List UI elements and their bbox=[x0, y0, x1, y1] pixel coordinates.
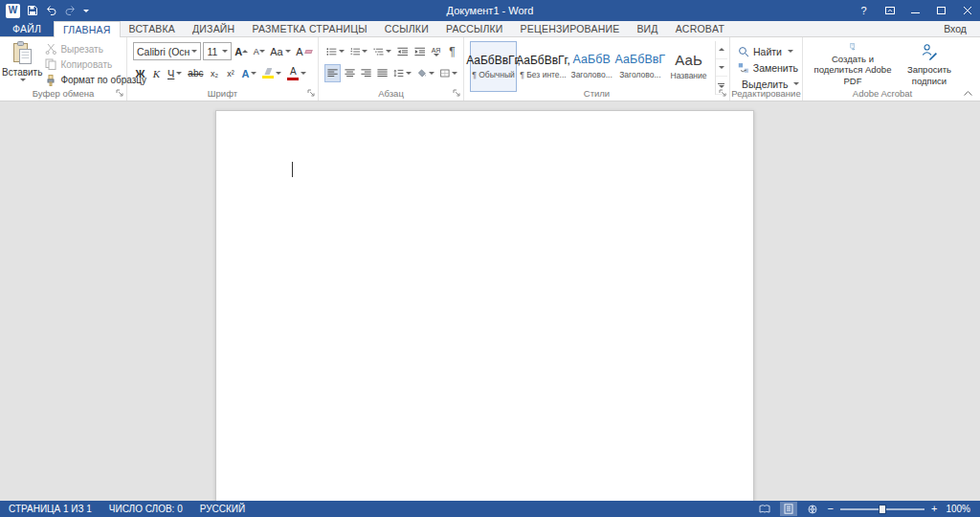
copy-label: Копировать bbox=[60, 59, 112, 70]
zoom-in-button[interactable]: + bbox=[931, 504, 937, 514]
clipboard-dialog-launcher-icon[interactable] bbox=[116, 89, 124, 98]
styles-dialog-launcher-icon[interactable] bbox=[719, 89, 727, 98]
font-name-select[interactable]: Calibri (Осн bbox=[133, 42, 201, 60]
font-dialog-launcher-icon[interactable] bbox=[307, 89, 316, 98]
shrink-font-button[interactable]: А bbox=[252, 42, 267, 60]
clear-formatting-button[interactable]: А bbox=[294, 42, 314, 60]
save-icon[interactable] bbox=[27, 5, 38, 16]
subscript-button[interactable]: х₂ bbox=[207, 64, 221, 82]
page-indicator[interactable]: СТРАНИЦА 1 ИЗ 1 bbox=[0, 504, 100, 514]
increase-indent-icon bbox=[414, 46, 425, 57]
font-color-button[interactable]: А bbox=[285, 64, 308, 82]
tab-review[interactable]: РЕЦЕНЗИРОВАНИЕ bbox=[512, 21, 629, 36]
eraser-icon bbox=[304, 50, 313, 54]
ribbon-display-options-button[interactable] bbox=[877, 0, 902, 21]
underline-button[interactable]: Ч bbox=[166, 64, 184, 82]
grow-font-button[interactable]: А bbox=[234, 42, 250, 60]
style-name: Заголово... bbox=[571, 70, 612, 79]
close-button[interactable] bbox=[954, 0, 980, 21]
numbering-button[interactable] bbox=[348, 42, 370, 60]
word-count[interactable]: ЧИСЛО СЛОВ: 0 bbox=[100, 504, 191, 514]
shading-button[interactable] bbox=[415, 64, 436, 82]
maximize-icon bbox=[937, 7, 946, 14]
ribbon-tab-bar: ФАЙЛ ГЛАВНАЯ ВСТАВКА ДИЗАЙН РАЗМЕТКА СТР… bbox=[0, 21, 980, 37]
change-case-letters: Аа bbox=[270, 46, 283, 57]
show-marks-button[interactable]: ¶ bbox=[445, 42, 459, 60]
decrease-indent-button[interactable] bbox=[395, 42, 410, 60]
change-case-button[interactable]: Аа bbox=[269, 42, 293, 60]
sign-in-link[interactable]: Вход bbox=[930, 21, 980, 36]
titlebar: W Документ1 - Word ? bbox=[0, 0, 980, 21]
line-spacing-button[interactable] bbox=[391, 64, 413, 82]
align-center-button[interactable] bbox=[343, 64, 357, 82]
text-cursor bbox=[292, 162, 293, 177]
zoom-level[interactable]: 100% bbox=[944, 504, 970, 514]
tab-view[interactable]: ВИД bbox=[628, 21, 666, 36]
customize-qat-icon[interactable] bbox=[83, 10, 89, 12]
language-indicator[interactable]: РУССКИЙ bbox=[191, 504, 254, 514]
style-card-heading2[interactable]: АаБбВвГ Заголово... bbox=[616, 41, 663, 92]
undo-icon[interactable] bbox=[45, 5, 57, 16]
superscript-button[interactable]: х² bbox=[223, 64, 237, 82]
style-preview: АаБбВ bbox=[573, 54, 611, 66]
adobe-acrobat-group: Создать и поделиться Adobe PDF Запросить… bbox=[803, 37, 962, 101]
ribbon-display-options-icon bbox=[884, 5, 896, 16]
align-right-button[interactable] bbox=[359, 64, 373, 82]
word-logo-letter: W bbox=[9, 6, 17, 15]
tab-mailings[interactable]: РАССЫЛКИ bbox=[437, 21, 512, 36]
redo-icon[interactable] bbox=[64, 5, 77, 16]
find-button[interactable]: Найти bbox=[738, 44, 798, 58]
sort-letters: АЯ bbox=[432, 47, 441, 54]
bullets-button[interactable] bbox=[324, 42, 346, 60]
find-icon bbox=[738, 46, 749, 57]
document-area[interactable] bbox=[0, 102, 980, 501]
replace-button[interactable]: Заменить bbox=[738, 60, 798, 75]
tab-insert[interactable]: ВСТАВКА bbox=[121, 21, 184, 36]
collapse-ribbon-icon[interactable] bbox=[963, 90, 973, 97]
print-layout-button[interactable] bbox=[780, 502, 797, 516]
tab-file[interactable]: ФАЙЛ bbox=[0, 21, 54, 36]
zoom-slider-thumb[interactable] bbox=[879, 505, 886, 514]
minimize-button[interactable] bbox=[902, 0, 928, 21]
borders-button[interactable] bbox=[438, 64, 459, 82]
paste-button[interactable]: Вставить bbox=[2, 39, 42, 87]
tab-home[interactable]: ГЛАВНАЯ bbox=[54, 21, 121, 37]
read-mode-button[interactable] bbox=[756, 502, 773, 516]
styles-scroll-up-button[interactable] bbox=[716, 41, 727, 59]
text-effects-button[interactable]: А bbox=[239, 64, 258, 82]
strikethrough-button[interactable]: abc bbox=[186, 64, 205, 82]
arrow-up-icon bbox=[242, 50, 248, 53]
tab-design[interactable]: ДИЗАЙН bbox=[184, 21, 243, 36]
maximize-button[interactable] bbox=[928, 0, 954, 21]
tab-references[interactable]: ССЫЛКИ bbox=[376, 21, 437, 36]
zoom-out-button[interactable]: − bbox=[828, 504, 834, 514]
align-left-icon bbox=[327, 68, 338, 79]
highlight-color-button[interactable] bbox=[260, 64, 283, 82]
style-card-heading1[interactable]: АаБбВ Заголово... bbox=[569, 41, 613, 92]
zoom-slider[interactable] bbox=[840, 508, 924, 510]
help-button[interactable]: ? bbox=[851, 0, 877, 21]
create-pdf-button[interactable]: Создать и поделиться Adobe PDF bbox=[805, 42, 901, 87]
increase-indent-button[interactable] bbox=[412, 42, 427, 60]
chevron-down-icon bbox=[793, 82, 799, 85]
request-signatures-button[interactable]: Запросить подписи bbox=[901, 42, 958, 87]
document-page[interactable] bbox=[215, 110, 754, 501]
style-card-title[interactable]: АаЬ Название bbox=[666, 41, 710, 92]
styles-scroll-down-button[interactable] bbox=[716, 59, 727, 78]
style-card-no-spacing[interactable]: АаБбВвГг, ¶ Без инте... bbox=[520, 41, 567, 92]
align-left-button[interactable] bbox=[324, 64, 341, 82]
web-layout-button[interactable] bbox=[804, 502, 821, 516]
bold-button[interactable]: Ж bbox=[133, 64, 147, 82]
word-app-icon[interactable]: W bbox=[6, 4, 20, 18]
style-card-normal[interactable]: АаБбВвГг, ¶ Обычный bbox=[470, 41, 517, 92]
italic-button[interactable]: К bbox=[149, 64, 164, 82]
line-spacing-icon bbox=[393, 68, 404, 79]
tab-acrobat[interactable]: ACROBAT bbox=[667, 21, 733, 36]
paste-icon bbox=[11, 41, 33, 66]
tab-page-layout[interactable]: РАЗМЕТКА СТРАНИЦЫ bbox=[243, 21, 375, 36]
font-size-select[interactable]: 11 bbox=[203, 42, 231, 60]
paragraph-dialog-launcher-icon[interactable] bbox=[453, 89, 461, 98]
justify-button[interactable] bbox=[375, 64, 390, 82]
multilevel-list-button[interactable] bbox=[371, 42, 393, 60]
sort-button[interactable]: АЯ bbox=[429, 42, 443, 60]
